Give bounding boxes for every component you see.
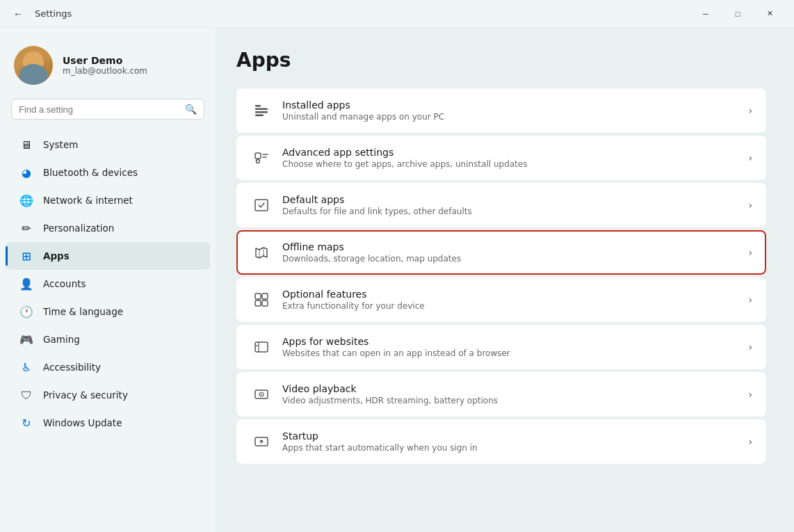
sidebar-item-network-label: Network & internet <box>43 195 133 206</box>
user-info: User Demo m_lab@outlook.com <box>63 55 147 76</box>
svg-rect-3 <box>255 115 264 117</box>
network-icon: 🌐 <box>19 193 33 207</box>
bluetooth-icon: ◕ <box>19 166 33 179</box>
offline-maps-subtitle: Downloads, storage location, map updates <box>282 254 741 264</box>
optional-features-subtitle: Extra functionality for your device <box>282 301 741 311</box>
advanced-app-chevron: › <box>748 152 752 163</box>
apps-websites-subtitle: Websites that can open in an app instead… <box>282 348 741 358</box>
user-section: User Demo m_lab@outlook.com <box>0 39 216 99</box>
personalization-icon: ✏ <box>19 221 33 235</box>
settings-item-advanced-app[interactable]: Advanced app settings Choose where to ge… <box>236 136 766 180</box>
sidebar-item-personalization-label: Personalization <box>43 223 114 234</box>
maximize-button[interactable]: □ <box>722 3 754 25</box>
svg-rect-2 <box>255 111 268 113</box>
sidebar-item-accessibility[interactable]: ♿ Accessibility <box>6 353 210 381</box>
svg-rect-8 <box>262 293 268 299</box>
optional-features-title: Optional features <box>282 289 741 300</box>
sidebar-item-time[interactable]: 🕐 Time & language <box>6 298 210 325</box>
sidebar-item-apps[interactable]: ⊞ Apps <box>6 242 210 270</box>
sidebar-item-privacy-label: Privacy & security <box>43 389 128 401</box>
accessibility-icon: ♿ <box>19 360 33 374</box>
sidebar-item-update-label: Windows Update <box>43 417 122 428</box>
optional-features-icon <box>250 289 273 311</box>
sidebar-item-network[interactable]: 🌐 Network & internet <box>6 186 210 214</box>
user-email: m_lab@outlook.com <box>63 66 147 76</box>
sidebar-item-bluetooth[interactable]: ◕ Bluetooth & devices <box>6 159 210 186</box>
settings-item-offline-maps[interactable]: Offline maps Downloads, storage location… <box>236 230 766 275</box>
sidebar-item-system-label: System <box>43 139 78 150</box>
app-body: User Demo m_lab@outlook.com 🔍 🖥 System ◕… <box>0 28 794 532</box>
avatar-body <box>19 64 47 85</box>
system-icon: 🖥 <box>19 138 33 152</box>
svg-rect-9 <box>255 300 261 306</box>
sidebar-item-update[interactable]: ↻ Windows Update <box>6 409 210 437</box>
apps-websites-chevron: › <box>748 341 752 353</box>
settings-item-default-apps[interactable]: Default apps Defaults for file and link … <box>236 183 766 227</box>
settings-item-startup[interactable]: Startup Apps that start automatically wh… <box>236 419 766 464</box>
search-input[interactable] <box>19 104 179 115</box>
apps-websites-text: Apps for websites Websites that can open… <box>282 336 741 358</box>
svg-point-14 <box>261 394 262 395</box>
search-box: 🔍 <box>11 99 204 120</box>
startup-text: Startup Apps that start automatically wh… <box>282 430 741 453</box>
settings-item-apps-websites[interactable]: Apps for websites Websites that can open… <box>236 325 766 369</box>
sidebar-item-accounts[interactable]: 👤 Accounts <box>6 270 210 298</box>
gaming-icon: 🎮 <box>19 332 33 346</box>
apps-websites-title: Apps for websites <box>282 336 741 347</box>
sidebar-item-privacy[interactable]: 🛡 Privacy & security <box>6 381 210 409</box>
installed-apps-subtitle: Uninstall and manage apps on your PC <box>282 112 741 122</box>
close-button[interactable]: ✕ <box>754 3 786 25</box>
sidebar-nav: 🖥 System ◕ Bluetooth & devices 🌐 Network… <box>0 131 216 437</box>
default-apps-subtitle: Defaults for file and link types, other … <box>282 207 741 216</box>
svg-point-5 <box>257 160 260 163</box>
accounts-icon: 👤 <box>19 277 33 291</box>
offline-maps-icon <box>250 241 273 264</box>
offline-maps-title: Offline maps <box>282 241 741 252</box>
svg-rect-11 <box>255 342 268 352</box>
video-playback-text: Video playback Video adjustments, HDR st… <box>282 383 741 405</box>
startup-subtitle: Apps that start automatically when you s… <box>282 443 741 453</box>
back-button[interactable]: ← <box>8 4 28 24</box>
sidebar-item-apps-label: Apps <box>43 250 70 261</box>
video-playback-chevron: › <box>748 389 752 400</box>
svg-rect-6 <box>255 200 268 211</box>
video-playback-icon <box>250 383 273 405</box>
sidebar-item-system[interactable]: 🖥 System <box>6 131 210 159</box>
settings-item-optional-features[interactable]: Optional features Extra functionality fo… <box>236 277 766 322</box>
page-title: Apps <box>236 49 766 72</box>
sidebar: User Demo m_lab@outlook.com 🔍 🖥 System ◕… <box>0 28 216 532</box>
sidebar-item-gaming[interactable]: 🎮 Gaming <box>6 325 210 353</box>
minimize-button[interactable]: ─ <box>690 3 722 25</box>
startup-chevron: › <box>748 436 752 447</box>
startup-icon <box>250 430 273 453</box>
sidebar-item-personalization[interactable]: ✏ Personalization <box>6 214 210 242</box>
advanced-app-subtitle: Choose where to get apps, archive apps, … <box>282 159 741 169</box>
installed-apps-icon <box>250 99 273 122</box>
installed-apps-chevron: › <box>748 105 752 116</box>
svg-rect-1 <box>255 108 268 111</box>
search-icon: 🔍 <box>185 104 197 115</box>
offline-maps-text: Offline maps Downloads, storage location… <box>282 241 741 264</box>
default-apps-text: Default apps Defaults for file and link … <box>282 194 741 216</box>
sidebar-item-gaming-label: Gaming <box>43 334 80 345</box>
optional-features-chevron: › <box>748 294 752 305</box>
apps-websites-icon <box>250 336 273 358</box>
svg-rect-10 <box>262 300 268 306</box>
settings-item-video-playback[interactable]: Video playback Video adjustments, HDR st… <box>236 372 766 417</box>
titlebar: ← Settings ─ □ ✕ <box>0 0 794 28</box>
installed-apps-title: Installed apps <box>282 99 741 111</box>
advanced-app-text: Advanced app settings Choose where to ge… <box>282 147 741 169</box>
sidebar-item-accessibility-label: Accessibility <box>43 362 101 373</box>
default-apps-chevron: › <box>748 200 752 211</box>
apps-icon: ⊞ <box>19 249 33 263</box>
avatar <box>14 46 53 85</box>
settings-item-installed-apps[interactable]: Installed apps Uninstall and manage apps… <box>236 88 766 133</box>
advanced-app-icon <box>250 147 273 169</box>
sidebar-item-time-label: Time & language <box>43 306 123 317</box>
privacy-icon: 🛡 <box>19 388 33 402</box>
window-controls: ─ □ ✕ <box>690 3 786 25</box>
svg-rect-0 <box>255 105 261 107</box>
titlebar-title: Settings <box>35 8 72 19</box>
video-playback-title: Video playback <box>282 383 741 394</box>
installed-apps-text: Installed apps Uninstall and manage apps… <box>282 99 741 122</box>
